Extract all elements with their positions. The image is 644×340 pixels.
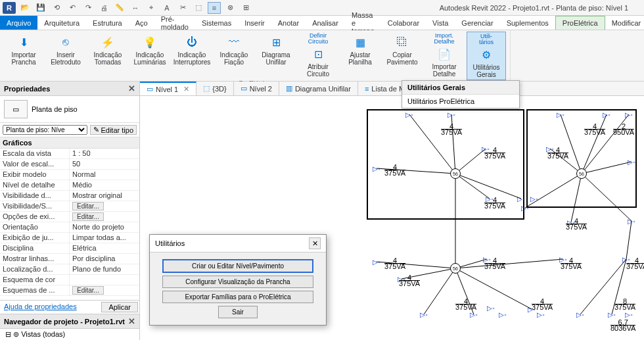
menu-colaborar[interactable]: Colaborar: [381, 16, 426, 30]
prop-value[interactable]: 1 : 50: [70, 149, 139, 158]
prop-value[interactable]: Plano de fundo: [70, 264, 139, 274]
prop-row[interactable]: Esquema de cor: [0, 275, 139, 285]
electrical-symbol-icon[interactable]: ▷◦: [576, 311, 584, 318]
ribbon-importar-detalhe[interactable]: Import. Detalhe📄ImportarDetalhe: [425, 32, 464, 80]
qat-redo-icon[interactable]: ↷: [81, 2, 95, 14]
menu-anotar[interactable]: Anotar: [271, 16, 306, 30]
ribbon-indicação-luminárias[interactable]: 💡IndicaçãoLuminárias: [130, 32, 170, 80]
prop-edit-button[interactable]: Editar...: [72, 202, 104, 210]
prop-row[interactable]: Visibilidade/S...Editar...: [0, 201, 139, 212]
prop-row[interactable]: Localização d...Plano de fundo: [0, 264, 139, 275]
ribbon-indicação-tomadas[interactable]: ⚡IndicaçãoTomadas: [88, 32, 127, 80]
electrical-symbol-icon[interactable]: ▷◦: [487, 304, 495, 312]
prop-row[interactable]: Valor de escal...50: [0, 159, 139, 170]
electrical-symbol-icon[interactable]: ▷◦: [448, 111, 455, 118]
tab-3d[interactable]: ⬚{3D}: [196, 82, 233, 95]
electrical-symbol-icon[interactable]: ▷◦: [628, 218, 635, 225]
menu-premoldado[interactable]: Pré-moldado: [154, 16, 195, 30]
criar-nivel-button[interactable]: Criar ou Editar Nível/Pavimento: [162, 259, 313, 273]
prop-row[interactable]: Exibir modeloNormal: [0, 170, 139, 180]
menu-arquivo[interactable]: Arquivo: [0, 16, 37, 30]
edit-type-button[interactable]: ✎Editar tipo: [90, 125, 137, 135]
qat-text-icon[interactable]: A: [160, 2, 173, 14]
junction-node[interactable]: 56: [576, 168, 587, 179]
electrical-symbol-icon[interactable]: ▷◦: [608, 311, 616, 318]
prop-row[interactable]: Visibilidade d...Mostrar original: [0, 191, 139, 201]
electrical-symbol-icon[interactable]: ▷◦: [625, 311, 633, 318]
qat-tag-icon[interactable]: ⌖: [145, 2, 158, 14]
electrical-symbol-icon[interactable]: ▷◦: [470, 311, 478, 318]
qat-3d-icon[interactable]: ⬚: [192, 2, 205, 14]
prop-edit-button[interactable]: Editar...: [72, 212, 104, 221]
electrical-symbol-icon[interactable]: ▷◦: [517, 195, 525, 203]
menu-analisar[interactable]: Analisar: [306, 16, 345, 30]
qat-close-icon[interactable]: ⊗: [223, 2, 237, 14]
menu-vista[interactable]: Vista: [426, 16, 455, 30]
qat-dim-icon[interactable]: ↔: [129, 2, 142, 14]
electrical-symbol-icon[interactable]: ▷◦: [499, 311, 507, 318]
qat-sync-icon[interactable]: ⟲: [50, 2, 63, 14]
properties-help-link[interactable]: Ajuda de propriedades: [0, 301, 100, 314]
ribbon-atribuir-circuito[interactable]: Definir Circuito⊡AtribuirCircuito: [298, 32, 338, 80]
configurar-prancha-button[interactable]: Configurar Visualização da Prancha: [162, 276, 313, 288]
tab-nivel1[interactable]: ▭Nível 1✕: [140, 82, 196, 95]
prop-row[interactable]: Escala da vista1 : 50: [0, 149, 139, 159]
electrical-symbol-icon[interactable]: ▷◦: [625, 111, 633, 118]
ribbon-importar-prancha[interactable]: ⬇ImportarPrancha: [4, 32, 43, 80]
junction-node[interactable]: 56: [450, 168, 461, 179]
prop-row[interactable]: OrientaçãoNorte do projeto: [0, 222, 139, 233]
menu-proeletrica[interactable]: ProElétrica: [555, 16, 605, 30]
electrical-symbol-icon[interactable]: ▷◦: [405, 111, 413, 118]
menu-arquitetura[interactable]: Arquitetura: [37, 16, 86, 30]
sair-button[interactable]: Sair: [218, 306, 258, 318]
prop-row[interactable]: Nível de detalheMédio: [0, 180, 139, 191]
prop-edit-button[interactable]: Editar...: [72, 286, 104, 295]
browser-item-views[interactable]: ⊟ ⊚ Vistas (todas): [0, 329, 139, 340]
instance-selector[interactable]: Planta de piso: Níve: [3, 125, 87, 135]
tab-nivel2[interactable]: ▭Nível 2: [234, 82, 279, 95]
junction-node[interactable]: 56: [450, 263, 461, 274]
electrical-symbol-icon[interactable]: ▷◦: [537, 311, 545, 318]
electrical-symbol-icon[interactable]: ▷◦: [521, 205, 529, 212]
apply-button[interactable]: Aplicar: [101, 302, 138, 312]
prop-value[interactable]: Limpar todas a...: [70, 233, 139, 243]
qat-undo-icon[interactable]: ↶: [66, 2, 79, 14]
ribbon-ajustar-planilha[interactable]: ▦AjustarPlanilha: [340, 32, 380, 80]
electrical-symbol-icon[interactable]: ▷◦: [373, 258, 380, 266]
electrical-symbol-icon[interactable]: ▷◦: [557, 111, 564, 118]
properties-type-selector[interactable]: ▭ Planta de piso: [0, 96, 139, 123]
ribbon-indicação-interruptores[interactable]: ⏻IndicaçãoInterruptores: [172, 32, 212, 80]
exportar-familias-button[interactable]: Exportar Famílias para o ProElétrica: [162, 291, 313, 303]
prop-row[interactable]: Mostrar linhas...Por disciplina: [0, 254, 139, 264]
ribbon-inserir-eletroduto[interactable]: ⎋InserirEletroduto: [46, 32, 85, 80]
electrical-symbol-icon[interactable]: ▷◦: [628, 158, 635, 166]
menu-massa[interactable]: Massa e terreno: [345, 16, 381, 30]
tab-close-icon[interactable]: ✕: [183, 85, 189, 93]
ribbon-copiar-pavimento[interactable]: ⿻CopiarPavimento: [382, 32, 422, 80]
qat-switch-icon[interactable]: ⊞: [239, 2, 252, 14]
qat-thin-icon[interactable]: ≡: [208, 2, 221, 14]
electrical-symbol-icon[interactable]: ▷◦: [373, 165, 380, 172]
menu-gerenciar[interactable]: Gerenciar: [455, 16, 499, 30]
prop-row[interactable]: DisciplinaElétrica: [0, 243, 139, 254]
qat-save-icon[interactable]: 💾: [34, 2, 47, 14]
qat-print-icon[interactable]: 🖨: [97, 2, 110, 14]
menu-inserir[interactable]: Inserir: [238, 16, 271, 30]
dropdown-item-proeletrica[interactable]: Utilitários ProElétrica: [402, 95, 519, 108]
prop-value[interactable]: Normal: [70, 170, 139, 180]
ribbon-indicação-fiação[interactable]: 〰IndicaçãoFiação: [214, 32, 254, 80]
prop-value[interactable]: Por disciplina: [70, 254, 139, 264]
prop-value[interactable]: Médio: [70, 180, 139, 190]
prop-section-graficos[interactable]: Gráficos: [0, 137, 139, 149]
menu-estrutura[interactable]: Estrutura: [86, 16, 129, 30]
menu-suplementos[interactable]: Suplementos: [500, 16, 555, 30]
prop-value[interactable]: 50: [70, 159, 139, 169]
ribbon-utilitários-gerais[interactable]: Utili- tários⚙UtilitáriosGerais: [467, 32, 506, 80]
menu-sistemas[interactable]: Sistemas: [195, 16, 238, 30]
electrical-symbol-icon[interactable]: ▷◦: [603, 111, 610, 118]
dialog-close-icon[interactable]: ✕: [309, 237, 321, 249]
prop-value[interactable]: [70, 275, 139, 285]
prop-row[interactable]: Esquemas de ...Editar...: [0, 285, 139, 296]
electrical-symbol-icon[interactable]: ▷◦: [420, 311, 428, 318]
qat-measure-icon[interactable]: 📏: [113, 2, 126, 14]
